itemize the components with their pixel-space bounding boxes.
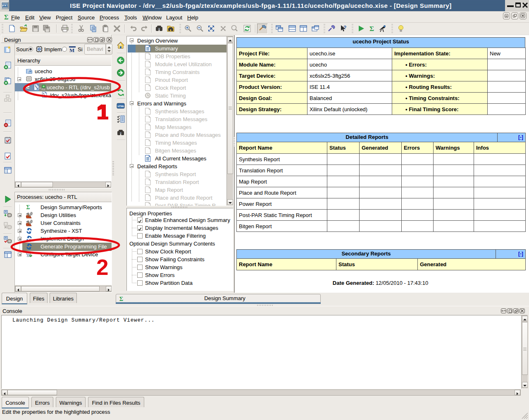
svg-text:Σ: Σ xyxy=(369,25,374,33)
svg-text:HTML: HTML xyxy=(118,105,125,107)
svg-text:Σ: Σ xyxy=(26,204,30,210)
svg-text:?: ? xyxy=(343,25,346,31)
svg-text:Σ: Σ xyxy=(4,14,8,21)
svg-text:M: M xyxy=(69,47,74,52)
svg-text:c: c xyxy=(44,94,45,96)
